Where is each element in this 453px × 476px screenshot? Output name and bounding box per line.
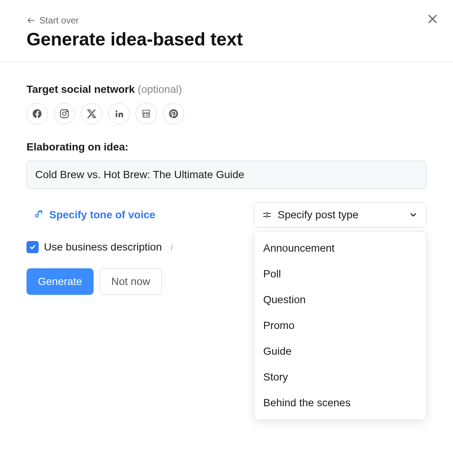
dropdown-item-poll[interactable]: Poll	[254, 261, 426, 287]
target-network-text: Target social network	[27, 83, 135, 95]
google-business-icon: LG	[141, 108, 152, 119]
linkedin-button[interactable]	[108, 103, 130, 124]
pinterest-icon	[168, 108, 179, 119]
google-business-button[interactable]: LG	[136, 103, 157, 124]
tone-icon	[33, 210, 44, 220]
info-icon[interactable]: i	[167, 243, 176, 252]
dropdown-item-question[interactable]: Question	[254, 287, 426, 313]
facebook-button[interactable]	[27, 103, 48, 124]
dropdown-item-promo[interactable]: Promo	[254, 313, 426, 338]
x-twitter-button[interactable]	[81, 103, 102, 124]
page-title: Generate idea-based text	[27, 29, 426, 50]
tone-label: Specify tone of voice	[49, 209, 155, 221]
svg-text:LG: LG	[144, 113, 149, 117]
header-divider	[0, 62, 453, 62]
elaborating-label: Elaborating on idea:	[27, 141, 426, 153]
svg-point-5	[66, 111, 67, 111]
arrow-left-icon	[27, 16, 36, 25]
chevron-down-icon	[409, 210, 418, 219]
generate-button[interactable]: Generate	[27, 268, 94, 295]
dropdown-item-story[interactable]: Story	[254, 364, 426, 390]
post-type-icon	[262, 210, 272, 219]
dropdown-item-guide[interactable]: Guide	[254, 338, 426, 364]
check-icon	[29, 243, 36, 251]
use-business-description-label: Use business description	[44, 241, 162, 253]
dropdown-item-behind-scenes[interactable]: Behind the scenes	[254, 390, 426, 416]
post-type-placeholder: Specify post type	[278, 209, 358, 221]
start-over-label: Start over	[39, 15, 79, 26]
idea-input[interactable]	[27, 161, 426, 189]
close-button[interactable]	[426, 12, 439, 26]
post-type-dropdown: Announcement Poll Question Promo Guide S…	[254, 231, 426, 420]
not-now-button[interactable]: Not now	[100, 268, 162, 295]
instagram-icon	[59, 108, 70, 119]
instagram-button[interactable]	[54, 103, 75, 124]
tone-of-voice-button[interactable]: Specify tone of voice	[27, 204, 162, 226]
svg-point-4	[62, 112, 66, 115]
pinterest-button[interactable]	[163, 103, 184, 124]
optional-hint: (optional)	[138, 83, 182, 95]
social-network-row: LG	[27, 103, 426, 124]
target-network-label: Target social network (optional)	[27, 83, 426, 96]
post-type-select[interactable]: Specify post type	[254, 202, 426, 227]
use-business-description-checkbox[interactable]	[27, 241, 39, 253]
linkedin-icon	[114, 108, 124, 119]
facebook-icon	[32, 108, 42, 119]
start-over-button[interactable]: Start over	[27, 15, 426, 26]
x-twitter-icon	[86, 108, 97, 119]
dropdown-item-announcement[interactable]: Announcement	[254, 235, 426, 261]
close-icon	[426, 13, 439, 25]
